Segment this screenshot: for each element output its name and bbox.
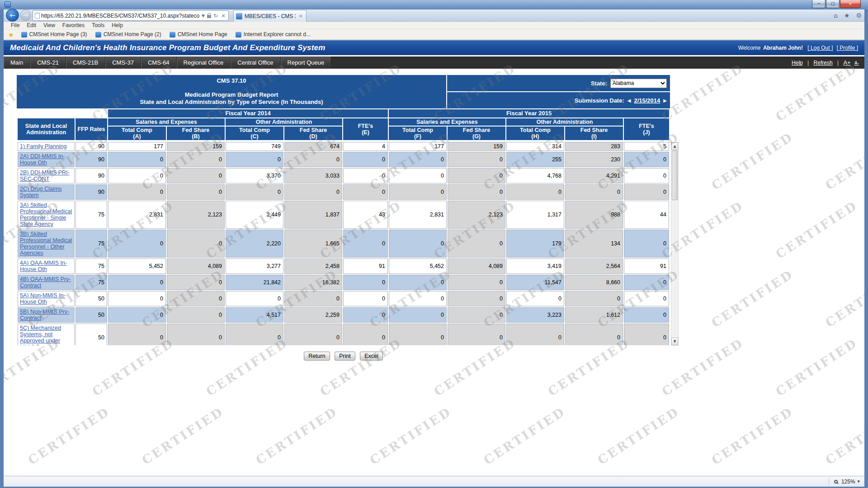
report-table-header: Fiscal Year 2014Fiscal Year 2015State an… (17, 108, 670, 141)
row-label-link[interactable]: 4B) OAA-MMIS Prv-Contract (20, 276, 71, 289)
value-cell: 0 (448, 152, 505, 167)
menu-tools[interactable]: Tools (88, 22, 108, 28)
value-cell: 0 (448, 291, 505, 306)
tab-title: MBES/CBES - CMS 37.10 (245, 13, 296, 19)
ffp-rates-column-header: FFP Rates (75, 118, 107, 140)
value-cell: 16,382 (284, 275, 342, 290)
row-label-link[interactable]: 5B) Non-MMIS Prv-Contract (20, 309, 69, 321)
home-icon[interactable]: ⌂ (834, 12, 838, 19)
chevron-down-icon[interactable]: ▼ (858, 480, 860, 483)
scrollbar-thumb[interactable] (672, 150, 678, 200)
certified-watermark: CERTIFIED (595, 404, 682, 468)
table-scrollbar[interactable]: ▲ ▼ (671, 142, 679, 346)
value-cell: 0 (448, 168, 505, 183)
gear-icon[interactable]: ⚙ (856, 12, 862, 19)
nav-regional-office[interactable]: Regional Office (177, 56, 231, 69)
help-link[interactable]: Help (792, 60, 803, 66)
menu-edit[interactable]: Edit (23, 22, 40, 28)
row-label-link[interactable]: 2B) DDI-MMIS PRI-SEC-CONT (20, 169, 70, 182)
next-date-icon[interactable]: ▶ (663, 98, 667, 103)
prev-date-icon[interactable]: ◀ (627, 98, 631, 103)
favorite-site-icon (236, 32, 241, 38)
value-cell: 0 (108, 275, 166, 290)
return-button[interactable]: Return (304, 352, 330, 361)
menu-view[interactable]: View (40, 22, 59, 28)
row-label-link[interactable]: 5A) Non-MMIS In-House Oth (20, 292, 66, 305)
separator (829, 478, 829, 485)
font-increase-link[interactable]: A+ (843, 59, 850, 66)
row-label-link[interactable]: 3B) Skilled Professional Medical Personn… (20, 231, 72, 256)
value-cell: 0 (108, 324, 166, 345)
value-cell: 2,458 (284, 258, 342, 274)
favorite-link[interactable]: Internet Explorer cannot d... (231, 30, 315, 38)
value-cell: 0 (284, 152, 342, 167)
value-cell: 230 (565, 152, 623, 167)
row-label-link[interactable]: 2A) DDI-MMIS In-House Oth (20, 153, 65, 166)
value-cell: 5,452 (108, 258, 166, 274)
favorite-link[interactable]: CMSnet Home Page (2) (91, 30, 165, 38)
certified-watermark: CERTIFIED (25, 404, 112, 468)
minimize-button[interactable]: ─ (812, 0, 826, 8)
row-label-link[interactable]: 3A) Skilled Professional Medical Personn… (20, 202, 72, 227)
menu-help[interactable]: Help (108, 22, 127, 28)
nav-cms-37[interactable]: CMS-37 (105, 56, 141, 69)
favorite-link[interactable]: CMSnet Home Page (3) (17, 30, 91, 38)
state-select[interactable]: Alabama (610, 79, 667, 88)
address-bar[interactable]: https://65.220.21.9/MBESCBES/CMS37/CMS37… (33, 10, 229, 21)
value-cell: 0 (448, 275, 505, 290)
menu-favorites[interactable]: Favorites (59, 22, 88, 28)
refresh-icon[interactable]: ↻ (212, 13, 219, 19)
row-label-link[interactable]: 2C) Drug Claims System (20, 186, 61, 198)
row-label-link[interactable]: 4A) OAA-MMIS In-House Oth (20, 260, 67, 272)
column-header: Fed Share(I) (565, 127, 623, 140)
forward-button[interactable]: → (20, 9, 31, 21)
tab-close-icon[interactable]: × (298, 13, 304, 19)
fiscal-year-2014-header: Fiscal Year 2014 (108, 109, 388, 117)
value-cell: 0 (167, 307, 225, 323)
column-header: Total Comp(C) (226, 127, 283, 140)
nav-cms-21[interactable]: CMS-21 (30, 56, 66, 69)
refresh-link[interactable]: Refresh (814, 60, 833, 66)
value-cell: 5 (624, 142, 669, 151)
scroll-up-icon[interactable]: ▲ (671, 142, 678, 150)
row-label-link[interactable]: 1) Family Planning (20, 143, 67, 150)
row-label-link[interactable]: 5C) Mechanized Systems, not Approved und… (20, 325, 65, 345)
value-cell: 0 (343, 230, 388, 258)
autocomplete-dropdown-icon[interactable]: ▼ (201, 14, 206, 18)
logout-link[interactable]: [ Log Out ] (807, 45, 833, 51)
favorites-icon[interactable]: ★ (844, 12, 850, 19)
value-cell: 5,452 (389, 258, 447, 274)
favorite-label: CMSnet Home Page (2) (104, 31, 161, 38)
submission-date-link[interactable]: 2/15/2014 (634, 97, 660, 104)
zoom-level[interactable]: 125% (841, 479, 855, 485)
menu-file[interactable]: File (7, 22, 23, 28)
scroll-down-icon[interactable]: ▼ (671, 338, 678, 345)
value-cell: 0 (108, 152, 166, 167)
stop-icon[interactable]: × (220, 13, 226, 19)
browser-tab[interactable]: MBES/CBES - CMS 37.10 × (233, 10, 307, 22)
column-header: Total Comp(F) (389, 127, 447, 140)
print-button[interactable]: Print (335, 352, 355, 361)
nav-cms-64[interactable]: CMS-64 (141, 56, 177, 69)
certified-watermark: CERTIFIED (709, 130, 796, 193)
nav-cms-21b[interactable]: CMS-21B (66, 56, 105, 69)
nav-central-office[interactable]: Central Office (231, 56, 280, 69)
profile-link[interactable]: [ Profile ] (837, 45, 858, 51)
back-button[interactable]: ← (6, 9, 19, 22)
add-favorite-star-icon[interactable]: ★ (8, 31, 14, 38)
value-cell: 1,612 (565, 307, 623, 323)
maximize-button[interactable]: □ (826, 0, 840, 8)
zoom-control[interactable]: 125% ▼ (829, 476, 860, 487)
value-cell: 0 (108, 184, 166, 200)
value-cell: 21,842 (226, 275, 283, 290)
nav-report-queue[interactable]: Report Queue (281, 56, 332, 69)
value-cell: 0 (389, 168, 447, 183)
excel-button[interactable]: Excel (360, 352, 383, 361)
ffp-rate-cell: 75 (75, 230, 107, 258)
value-cell: 2,449 (226, 201, 283, 229)
favorite-link[interactable]: CMSnet Home Page (165, 30, 231, 38)
font-decrease-link[interactable]: A- (854, 61, 859, 66)
nav-main[interactable]: Main (4, 56, 30, 69)
close-button[interactable]: × (840, 0, 861, 8)
value-cell: 749 (226, 142, 283, 151)
